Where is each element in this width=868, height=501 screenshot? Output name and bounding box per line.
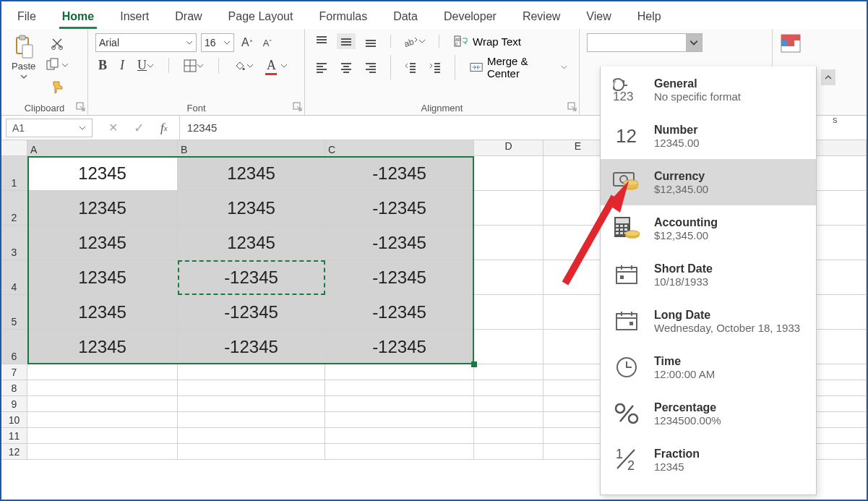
row-header-7[interactable]: 7 <box>1 364 27 380</box>
font-size-select[interactable]: 16 <box>201 33 234 52</box>
cell-B10[interactable] <box>178 412 325 428</box>
cell-C9[interactable] <box>325 396 474 412</box>
conditional-formatting-button[interactable] <box>780 33 802 53</box>
row-header-5[interactable]: 5 <box>1 295 27 330</box>
italic-button[interactable]: I <box>117 56 127 74</box>
cell-A4[interactable]: 12345 <box>27 260 178 295</box>
cell-D4[interactable] <box>474 260 543 295</box>
cell-D6[interactable] <box>474 330 543 364</box>
number-format-option-long-date[interactable]: Long DateWednesday, October 18, 1933 <box>601 298 816 344</box>
tab-formulas[interactable]: Formulas <box>306 6 380 29</box>
cell-B12[interactable] <box>178 444 325 460</box>
align-middle-button[interactable] <box>337 33 356 49</box>
tab-draw[interactable]: Draw <box>162 6 215 29</box>
row-header-10[interactable]: 10 <box>1 412 27 428</box>
cell-C10[interactable] <box>325 412 474 428</box>
formula-enter-button[interactable]: ✓ <box>131 119 147 137</box>
cell-D1[interactable] <box>474 156 543 191</box>
number-format-select[interactable] <box>587 33 702 52</box>
formula-cancel-button[interactable]: ✕ <box>106 119 121 136</box>
borders-button[interactable] <box>181 58 207 74</box>
alignment-dialog-launcher-icon[interactable] <box>567 102 577 112</box>
col-header-D[interactable]: D <box>474 140 543 156</box>
increase-indent-button[interactable] <box>426 59 444 75</box>
cell-B2[interactable]: 12345 <box>178 191 325 226</box>
cut-button[interactable] <box>43 35 72 52</box>
row-header-12[interactable]: 12 <box>1 444 27 460</box>
cell-D9[interactable] <box>474 396 543 412</box>
merge-center-button[interactable]: Merge & Center <box>465 53 572 81</box>
cell-D7[interactable] <box>474 364 543 380</box>
number-format-option-time[interactable]: Time12:00:00 AM <box>601 344 816 390</box>
underline-button[interactable]: U <box>134 56 157 74</box>
cell-D11[interactable] <box>474 428 543 444</box>
number-format-option-number[interactable]: 12Number12345.00 <box>601 113 816 159</box>
cell-C1[interactable]: -12345 <box>325 156 474 191</box>
row-header-2[interactable]: 2 <box>1 191 27 226</box>
name-box[interactable]: A1 <box>6 119 93 137</box>
cell-B1[interactable]: 12345 <box>178 156 325 191</box>
dropdown-scroll-up[interactable] <box>821 69 835 85</box>
cell-B6[interactable]: -12345 <box>178 330 325 364</box>
cell-B9[interactable] <box>178 396 325 412</box>
cell-D2[interactable] <box>474 191 543 226</box>
number-format-option-currency[interactable]: Currency$12,345.00 <box>601 159 816 205</box>
cell-D10[interactable] <box>474 412 543 428</box>
tab-data[interactable]: Data <box>380 6 431 29</box>
cell-A6[interactable]: 12345 <box>27 330 178 364</box>
cell-A8[interactable] <box>27 380 178 396</box>
tab-home[interactable]: Home <box>49 6 107 29</box>
bold-button[interactable]: B <box>95 56 110 74</box>
cell-A10[interactable] <box>27 412 178 428</box>
cell-D5[interactable] <box>474 295 543 330</box>
number-format-option-general[interactable]: (123GeneralNo specific format <box>601 67 816 113</box>
align-bottom-button[interactable] <box>361 33 380 49</box>
row-header-1[interactable]: 1 <box>1 156 27 191</box>
cell-A1[interactable]: 12345 <box>27 156 178 191</box>
insert-function-button[interactable]: fx <box>158 119 171 137</box>
cell-A3[interactable]: 12345 <box>27 226 178 260</box>
cell-D8[interactable] <box>474 380 543 396</box>
wrap-text-button[interactable]: abc Wrap Text <box>450 33 525 49</box>
cell-A12[interactable] <box>27 444 178 460</box>
clipboard-dialog-launcher-icon[interactable] <box>76 102 86 112</box>
fill-color-button[interactable] <box>231 58 257 74</box>
cell-D3[interactable] <box>474 226 543 260</box>
cell-A5[interactable]: 12345 <box>27 295 178 330</box>
cell-B3[interactable]: 12345 <box>178 226 325 260</box>
tab-view[interactable]: View <box>573 6 624 29</box>
cell-A7[interactable] <box>27 364 178 380</box>
format-painter-button[interactable] <box>43 78 72 95</box>
tab-file[interactable]: File <box>4 6 49 29</box>
number-format-option-percentage[interactable]: Percentage1234500.00% <box>601 390 816 437</box>
cell-C2[interactable]: -12345 <box>325 191 474 226</box>
cell-A9[interactable] <box>27 396 178 412</box>
row-header-9[interactable]: 9 <box>1 396 27 412</box>
cell-C3[interactable]: -12345 <box>325 226 474 260</box>
cell-C7[interactable] <box>325 364 474 380</box>
cell-C11[interactable] <box>325 428 474 444</box>
number-format-option-fraction[interactable]: 12Fraction12345 <box>601 437 816 483</box>
tab-help[interactable]: Help <box>624 6 674 29</box>
cell-A2[interactable]: 12345 <box>27 191 178 226</box>
decrease-indent-button[interactable] <box>401 59 420 75</box>
cell-B8[interactable] <box>178 380 325 396</box>
tab-insert[interactable]: Insert <box>107 6 162 29</box>
row-header-6[interactable]: 6 <box>1 330 27 364</box>
decrease-font-button[interactable]: A˅ <box>260 36 276 50</box>
row-header-4[interactable]: 4 <box>1 260 27 295</box>
font-name-select[interactable]: Arial <box>95 33 197 52</box>
row-header-8[interactable]: 8 <box>1 380 27 396</box>
cell-A11[interactable] <box>27 428 178 444</box>
align-center-button[interactable] <box>337 59 356 75</box>
cell-B5[interactable]: -12345 <box>178 295 325 330</box>
tab-page-layout[interactable]: Page Layout <box>215 6 306 29</box>
cell-C6[interactable]: -12345 <box>325 330 474 364</box>
font-color-button[interactable]: A <box>264 56 291 74</box>
align-left-button[interactable] <box>312 59 331 75</box>
number-format-option-accounting[interactable]: Accounting $12,345.00 <box>601 205 816 252</box>
cell-C4[interactable]: -12345 <box>325 260 474 295</box>
align-right-button[interactable] <box>361 59 380 75</box>
orientation-button[interactable]: ab <box>401 33 429 49</box>
align-top-button[interactable] <box>312 33 331 49</box>
